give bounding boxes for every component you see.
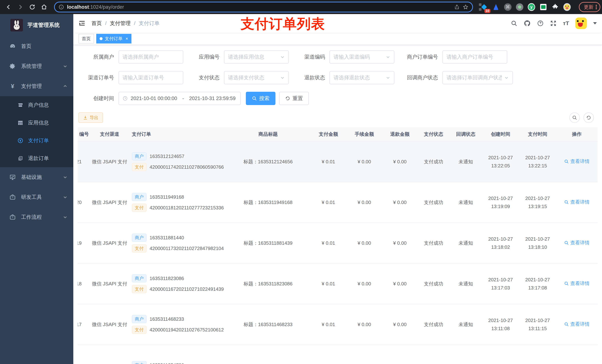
table-row[interactable]: 19 微信 JSAPI 支付 商户1635311881440 支付4200001… [78,223,598,263]
app-select[interactable] [224,50,289,64]
extension-diamond-icon[interactable]: 10 [480,3,488,11]
channel-order-no-input[interactable] [123,75,179,81]
col-channel: 支付渠道 [89,127,130,141]
user-avatar[interactable] [575,18,587,29]
table-row[interactable]: 18 微信 JSAPI 支付 商户1635311823086 支付4200001… [78,263,598,304]
user-menu-caret-icon[interactable] [593,22,597,24]
channel-order-no-field[interactable] [118,71,183,84]
table-row[interactable]: 商户1635311254786 [78,345,598,364]
breadcrumb-home[interactable]: 首页 [91,20,102,27]
merchant-select[interactable] [118,50,183,64]
extension-record-icon[interactable] [516,3,523,11]
font-size-icon[interactable]: ᴛT [563,20,569,26]
tab-pay-order[interactable]: 支付订单 × [96,34,131,43]
yen-circle-icon [17,138,23,144]
update-button[interactable]: 更新 [579,2,600,12]
merchant-order-no-field[interactable] [442,50,507,64]
filter-label: 渠道订单号 [78,74,118,81]
pay-channel: 微信 JSAPI 支付 [89,304,130,345]
merchant-tag: 商户 [132,193,147,201]
refund-status-input[interactable] [333,75,384,81]
extension-y-icon[interactable]: y [528,3,535,11]
pay-amount: ¥ 0.01 [310,263,346,304]
reset-button[interactable]: 重置 [279,92,309,105]
fullscreen-icon[interactable] [550,20,557,27]
notify-status-input[interactable] [447,75,502,81]
view-detail-link[interactable]: 查看详情 [564,280,590,287]
tab-close-icon[interactable]: × [126,36,128,41]
back-icon[interactable] [4,2,13,12]
chevron-down-icon [63,64,67,68]
sidebar-item-refund-order[interactable]: 退款订单 [0,149,73,167]
hide-search-button[interactable] [570,113,580,123]
pay-status-select[interactable] [224,71,289,84]
help-icon[interactable] [537,20,544,27]
date-start: 2021-10-01 00:00:00 [131,96,177,101]
view-detail-link[interactable]: 查看详情 [564,158,590,165]
app-input[interactable] [228,54,278,60]
sidebar-item-pay-order[interactable]: 支付订单 [0,132,73,149]
share-icon[interactable] [454,4,460,10]
pay-channel: 微信 JSAPI 支付 [89,141,130,182]
sidebar-item-pay[interactable]: ¥ 支付管理 [0,76,73,96]
sidebar-item-app-info[interactable]: 应用信息 [0,114,73,132]
url-bar[interactable]: localhost:1024/pay/order [54,2,473,12]
filter-label: 商户订单编号 [394,53,442,61]
fee-amount: ¥ 0.00 [346,141,382,182]
create-time-range-picker[interactable]: 2021-10-01 00:00:00 - 2021-10-31 23:59:5… [118,92,241,105]
table-row[interactable]: 20 微信 JSAPI 支付 商户1635311949168 支付4200001… [78,182,598,223]
site-info-icon[interactable] [58,4,64,10]
reload-icon[interactable] [27,2,37,12]
view-detail-link[interactable]: 查看详情 [564,199,590,205]
logo-row[interactable]: 芋道管理系统 [0,14,73,36]
refund-amount: ¥ 0.00 [382,182,418,223]
view-detail-link[interactable]: 查看详情 [564,239,590,246]
refund-status-select[interactable] [330,71,394,84]
github-icon[interactable] [524,20,531,27]
profile-avatar-icon[interactable] [563,3,571,11]
forward-icon[interactable] [16,2,25,12]
table-row[interactable]: 21 微信 JSAPI 支付 商户1635312124657 支付4200001… [78,141,598,182]
extensions-puzzle-icon[interactable] [551,3,559,11]
search-button[interactable]: 搜索 [246,92,275,105]
merchant-order-no-input[interactable] [447,54,503,60]
table-row[interactable]: 17 微信 JSAPI 支付 商户1635311468233 支付4200001… [78,304,598,345]
header-search-icon[interactable] [511,20,517,27]
export-button[interactable]: 导出 [78,113,103,123]
sidebar-item-system[interactable]: 系统管理 [0,56,73,76]
product-title: 标题：1635312124656 [226,141,310,182]
extension-cone-icon[interactable] [492,3,500,11]
url-text[interactable]: localhost:1024/pay/order [67,4,451,10]
refresh-button[interactable] [583,113,594,123]
pay-channel: 微信 JSAPI 支付 [89,223,130,263]
pay-order-no: 4200001181202110277723215336 [150,205,224,211]
order-id: 19 [78,240,82,246]
browser-menu-icon[interactable] [596,4,597,10]
sidebar-item-workflow[interactable]: 工作流程 [0,207,73,227]
tab-home[interactable]: 首页 [78,34,94,43]
extension-command-icon[interactable]: ⌘ [504,3,511,11]
notify-status-select[interactable] [442,71,513,84]
home-icon[interactable] [39,2,49,12]
merchant-tag: 商户 [132,274,147,282]
chevron-down-icon [386,55,390,59]
merchant-order-no: 1635311949168 [150,194,184,200]
channel-code-input[interactable] [333,54,384,60]
sidebar-item-infra[interactable]: 基础设施 [0,167,73,187]
sidebar-fold-icon[interactable] [78,20,86,27]
sidebar-item-merchant-info[interactable]: 商户信息 [0,96,73,114]
channel-code-select[interactable] [330,50,394,64]
sidebar-item-home[interactable]: 首页 [0,36,73,56]
pay-status-input[interactable] [228,75,278,81]
view-detail-link[interactable]: 查看详情 [564,321,590,327]
merchant-order-no: 1635311823086 [150,276,184,281]
chevron-down-icon [63,195,67,199]
extension-chat-icon[interactable] [540,3,547,11]
refund-amount: ¥ 0.00 [382,304,418,345]
sidebar-item-devtool[interactable]: 研发工具 [0,187,73,207]
bookmark-star-icon[interactable] [462,4,469,10]
col-fee: 手续金额 [346,127,382,141]
merchant-input[interactable] [123,54,179,60]
breadcrumb-pay[interactable]: 支付管理 [110,20,131,27]
sidebar-item-label: 退款订单 [28,155,49,162]
